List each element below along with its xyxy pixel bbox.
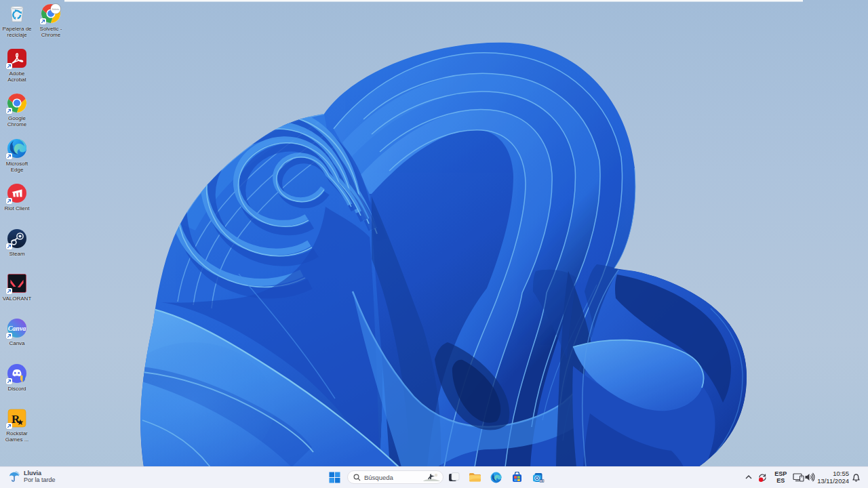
svg-text:Canva: Canva <box>8 325 26 332</box>
svg-text:Solvetic: Solvetic <box>52 8 60 11</box>
svg-text:NEW: NEW <box>539 479 544 482</box>
